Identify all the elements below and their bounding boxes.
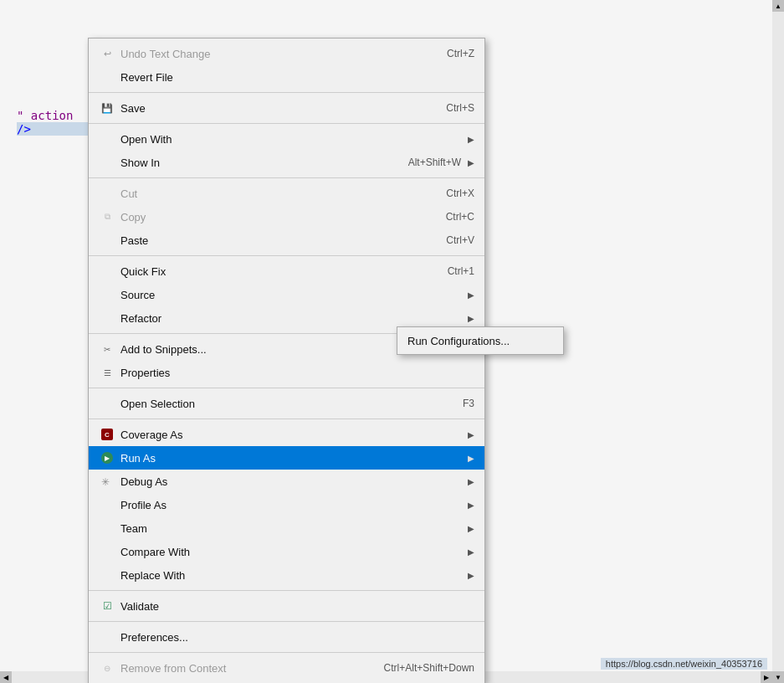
open-with-icon-area bbox=[99, 131, 115, 147]
context-menu: ↩ Undo Text Change Ctrl+Z Revert File 💾 … bbox=[88, 38, 485, 683]
menu-item-replace-with[interactable]: Replace With ▶ bbox=[89, 563, 484, 587]
remove-icon: ⊖ bbox=[99, 660, 115, 676]
menu-item-revert-label: Revert File bbox=[120, 71, 474, 84]
menu-item-quick-fix-label: Quick Fix bbox=[120, 265, 448, 278]
menu-item-show-in[interactable]: Show In Alt+Shift+W ▶ bbox=[89, 151, 484, 174]
url-text: https://blog.csdn.net/weixin_40353716 bbox=[606, 659, 762, 669]
menu-item-profile-as[interactable]: Profile As ▶ bbox=[89, 493, 484, 516]
snippet-icon: ✂ bbox=[99, 341, 115, 357]
debug-icon: ✳ bbox=[99, 473, 115, 490]
menu-item-cut-shortcut: Ctrl+X bbox=[446, 187, 474, 199]
editor-line-1: " action bbox=[17, 109, 73, 122]
coverage-as-arrow-icon: ▶ bbox=[468, 430, 474, 439]
menu-item-copy[interactable]: ⧉ Copy Ctrl+C bbox=[89, 205, 484, 229]
separator-3 bbox=[89, 177, 484, 178]
menu-item-profile-as-label: Profile As bbox=[120, 499, 461, 511]
menu-item-undo-shortcut: Ctrl+Z bbox=[447, 48, 474, 59]
undo-icon: ↩ bbox=[99, 45, 115, 62]
menu-item-source[interactable]: Source ▶ bbox=[89, 283, 484, 306]
menu-item-revert[interactable]: Revert File bbox=[89, 65, 484, 89]
menu-item-undo[interactable]: ↩ Undo Text Change Ctrl+Z bbox=[89, 42, 484, 65]
menu-item-copy-shortcut: Ctrl+C bbox=[446, 211, 474, 223]
menu-item-open-selection-label: Open Selection bbox=[120, 398, 463, 410]
show-in-icon-area bbox=[99, 154, 115, 171]
menu-item-team[interactable]: Team ▶ bbox=[89, 516, 484, 540]
team-icon-area bbox=[99, 520, 115, 537]
separator-8 bbox=[89, 590, 484, 591]
properties-icon: ☰ bbox=[99, 364, 115, 381]
menu-item-save-shortcut: Ctrl+S bbox=[446, 102, 474, 114]
menu-item-save[interactable]: 💾 Save Ctrl+S bbox=[89, 96, 484, 120]
submenu-item-run-configurations[interactable]: Run Configurations... bbox=[397, 331, 563, 351]
refactor-icon-area bbox=[99, 310, 115, 326]
submenu-run-as: Run Configurations... bbox=[397, 326, 564, 355]
save-icon: 💾 bbox=[99, 100, 115, 116]
run-as-arrow-icon: ▶ bbox=[468, 454, 474, 463]
source-icon-area bbox=[99, 286, 115, 303]
menu-item-validate[interactable]: ☑ Validate bbox=[89, 594, 484, 618]
menu-item-open-selection-shortcut: F3 bbox=[463, 398, 474, 409]
coverage-icon: C bbox=[99, 426, 115, 443]
menu-item-paste[interactable]: Paste Ctrl+V bbox=[89, 229, 484, 252]
refactor-arrow-icon: ▶ bbox=[468, 314, 474, 323]
scroll-right-button[interactable]: ▶ bbox=[761, 671, 772, 683]
menu-item-cut-label: Cut bbox=[120, 187, 446, 200]
menu-item-validate-label: Validate bbox=[120, 600, 474, 613]
menu-item-quick-fix[interactable]: Quick Fix Ctrl+1 bbox=[89, 259, 484, 283]
menu-item-replace-with-label: Replace With bbox=[120, 569, 461, 582]
menu-item-preferences-label: Preferences... bbox=[120, 631, 474, 644]
menu-item-open-selection[interactable]: Open Selection F3 bbox=[89, 392, 484, 415]
compare-with-arrow-icon: ▶ bbox=[468, 547, 474, 557]
menu-item-remove-context-label: Remove from Context bbox=[120, 662, 384, 675]
check-icon: ☑ bbox=[99, 598, 115, 614]
scroll-up-button[interactable]: ▲ bbox=[772, 0, 784, 12]
menu-item-cut[interactable]: Cut Ctrl+X bbox=[89, 182, 484, 205]
separator-1 bbox=[89, 92, 484, 93]
menu-item-preferences[interactable]: Preferences... bbox=[89, 625, 484, 649]
separator-10 bbox=[89, 652, 484, 653]
menu-item-open-with[interactable]: Open With ▶ bbox=[89, 127, 484, 151]
preferences-icon-area bbox=[99, 629, 115, 645]
show-in-arrow-icon: ▶ bbox=[468, 158, 474, 167]
menu-item-properties-label: Properties bbox=[120, 367, 474, 379]
scroll-down-button[interactable]: ▼ bbox=[772, 671, 784, 683]
paste-icon-area bbox=[99, 232, 115, 249]
copy-icon: ⧉ bbox=[99, 208, 115, 225]
menu-item-paste-label: Paste bbox=[120, 234, 446, 247]
replace-with-icon-area bbox=[99, 567, 115, 583]
menu-item-team-label: Team bbox=[120, 522, 461, 535]
menu-item-show-in-shortcut: Alt+Shift+W bbox=[408, 157, 461, 168]
run-icon: ▶ bbox=[99, 449, 115, 466]
scroll-track[interactable] bbox=[772, 12, 784, 671]
debug-as-arrow-icon: ▶ bbox=[468, 477, 474, 486]
separator-6 bbox=[89, 388, 484, 388]
menu-item-compare-with-label: Compare With bbox=[120, 546, 461, 558]
revert-icon-area bbox=[99, 69, 115, 85]
separator-2 bbox=[89, 123, 484, 124]
compare-with-icon-area bbox=[99, 543, 115, 560]
quick-fix-icon-area bbox=[99, 263, 115, 280]
replace-with-arrow-icon: ▶ bbox=[468, 571, 474, 580]
separator-9 bbox=[89, 621, 484, 622]
open-selection-icon-area bbox=[99, 395, 115, 412]
menu-item-compare-with[interactable]: Compare With ▶ bbox=[89, 540, 484, 563]
vertical-scrollbar[interactable]: ▲ ▼ bbox=[772, 0, 784, 683]
menu-item-debug-as-label: Debug As bbox=[120, 475, 461, 488]
menu-item-debug-as[interactable]: ✳ Debug As ▶ bbox=[89, 470, 484, 493]
menu-item-open-with-label: Open With bbox=[120, 133, 461, 146]
cut-icon-area bbox=[99, 185, 115, 202]
menu-item-run-as[interactable]: ▶ Run As ▶ bbox=[89, 446, 484, 470]
menu-item-properties[interactable]: ☰ Properties bbox=[89, 361, 484, 384]
source-arrow-icon: ▶ bbox=[468, 290, 474, 300]
menu-item-coverage-as[interactable]: C Coverage As ▶ bbox=[89, 423, 484, 446]
menu-item-refactor-label: Refactor bbox=[120, 312, 461, 325]
team-arrow-icon: ▶ bbox=[468, 524, 474, 533]
separator-7 bbox=[89, 419, 484, 419]
menu-item-paste-shortcut: Ctrl+V bbox=[446, 234, 474, 246]
menu-item-coverage-as-label: Coverage As bbox=[120, 429, 461, 441]
menu-item-show-in-label: Show In bbox=[120, 157, 408, 169]
menu-item-remove-context[interactable]: ⊖ Remove from Context Ctrl+Alt+Shift+Dow… bbox=[89, 656, 484, 680]
menu-item-run-as-label: Run As bbox=[120, 452, 461, 465]
profile-as-icon-area bbox=[99, 496, 115, 513]
scroll-left-button[interactable]: ◀ bbox=[0, 671, 12, 683]
